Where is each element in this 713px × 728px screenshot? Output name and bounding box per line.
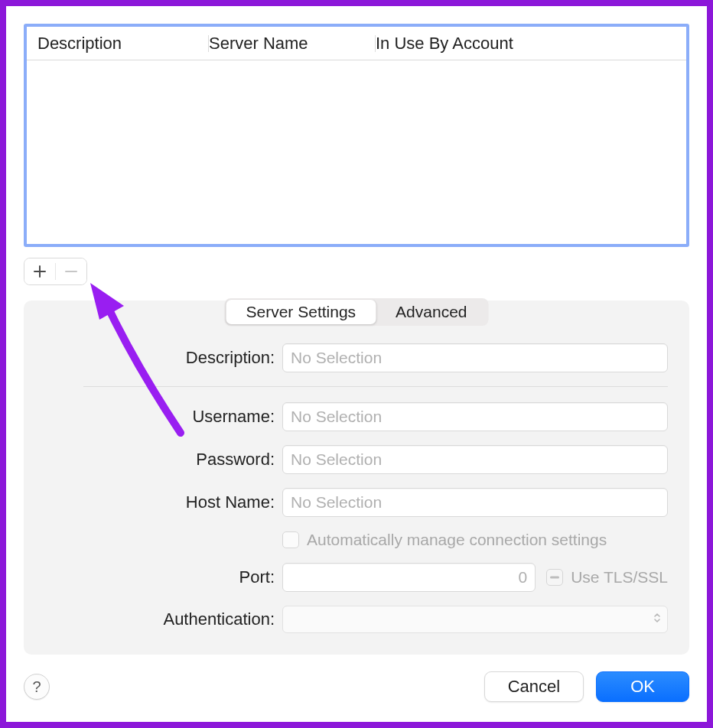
add-remove-control: [24, 258, 87, 285]
port-input[interactable]: 0: [282, 563, 536, 592]
cancel-button[interactable]: Cancel: [484, 671, 584, 702]
tls-ssl-label: Use TLS/SSL: [571, 568, 668, 587]
password-label: Password:: [54, 450, 282, 470]
add-button[interactable]: [24, 258, 55, 284]
auto-manage-checkbox[interactable]: [282, 531, 299, 548]
tab-server-settings[interactable]: Server Settings: [226, 300, 376, 324]
help-button[interactable]: ?: [24, 674, 50, 700]
settings-panel: Server Settings Advanced Description: No…: [24, 301, 689, 655]
port-label: Port:: [54, 567, 282, 587]
description-input[interactable]: No Selection: [282, 343, 668, 372]
column-header-in-use-by-account[interactable]: In Use By Account: [376, 34, 686, 54]
plus-icon: [33, 265, 47, 278]
column-header-server-name[interactable]: Server Name: [209, 34, 376, 54]
tab-advanced[interactable]: Advanced: [376, 300, 487, 324]
tls-ssl-checkbox[interactable]: [546, 569, 563, 586]
authentication-select[interactable]: [282, 606, 668, 633]
minus-icon: [64, 265, 78, 278]
table-body-empty[interactable]: [27, 60, 686, 244]
servers-table[interactable]: Description Server Name In Use By Accoun…: [24, 24, 689, 247]
description-label: Description:: [54, 348, 282, 368]
tab-group: Server Settings Advanced: [225, 298, 489, 326]
authentication-label: Authentication:: [54, 609, 282, 629]
server-settings-form: Description: No Selection Username: No S…: [24, 301, 689, 633]
up-down-icon: [653, 612, 661, 627]
dialog-footer: ? Cancel OK: [24, 671, 689, 702]
username-input[interactable]: No Selection: [282, 402, 668, 431]
host-name-input[interactable]: No Selection: [282, 488, 668, 517]
column-header-description[interactable]: Description: [37, 34, 209, 54]
username-label: Username:: [54, 407, 282, 427]
host-name-label: Host Name:: [54, 492, 282, 512]
remove-button[interactable]: [56, 258, 86, 284]
password-input[interactable]: No Selection: [282, 445, 668, 474]
table-header-row: Description Server Name In Use By Accoun…: [27, 27, 686, 60]
form-separator: [83, 386, 668, 387]
window-content: Description Server Name In Use By Accoun…: [0, 0, 713, 728]
auto-manage-label: Automatically manage connection settings: [307, 531, 607, 549]
ok-button[interactable]: OK: [596, 671, 689, 702]
